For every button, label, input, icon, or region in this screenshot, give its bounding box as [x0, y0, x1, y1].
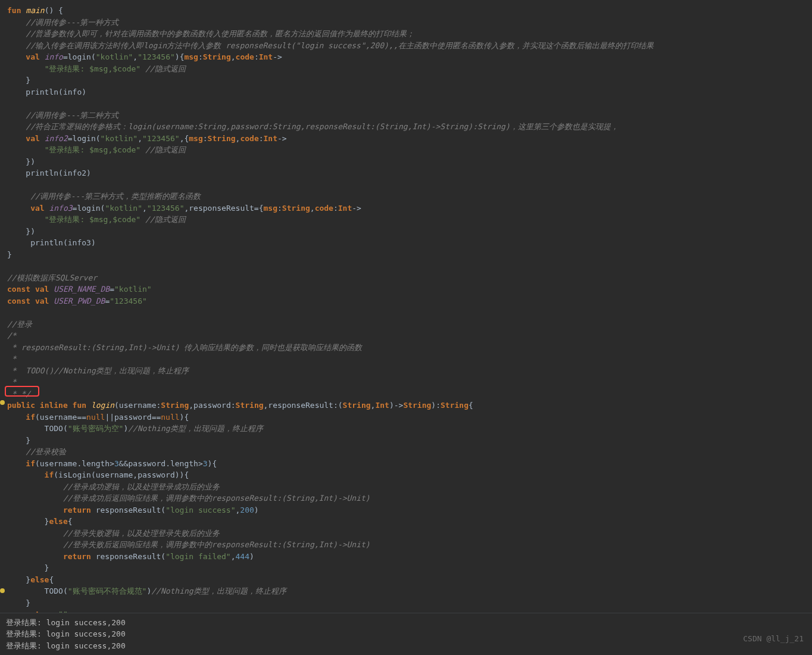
comment: //隐式返回: [140, 64, 185, 73]
text: }: [7, 76, 30, 85]
output-panel: 登录结果: login success,200 登录结果: login succ…: [0, 613, 812, 656]
string: "登录结果: $msg,$code": [45, 64, 141, 73]
function-name: main: [26, 6, 44, 15]
variable: info: [45, 52, 63, 61]
keyword: fun: [7, 6, 21, 15]
text: println(info): [7, 88, 86, 96]
comment: //调用传参---第二种方式: [7, 111, 118, 120]
highlight-public-1: [5, 386, 39, 397]
output-line: 登录结果: login success,200: [6, 617, 806, 629]
comment: //调用传参---第一种方式: [7, 18, 118, 27]
comment: //输入传参在调用该方法时传入即login方法中传入参数 responseRes…: [7, 41, 654, 50]
keyword: val: [7, 52, 45, 61]
code-editor[interactable]: fun main() { //调用传参---第一种方式 //普通参数传入即可，针…: [0, 0, 812, 655]
comment: //符合正常逻辑的传参格式：login(username:String,pass…: [7, 122, 619, 131]
string: "123456": [138, 52, 175, 61]
output-line: 登录结果: login success,200: [6, 628, 806, 640]
text: =login(: [63, 52, 96, 61]
output-line: 登录结果: login success,200: [6, 640, 806, 652]
gutter-warning-2[interactable]: [0, 588, 5, 593]
text: () {: [45, 6, 63, 15]
watermark: CSDN @ll_j_21: [743, 633, 804, 645]
comment: //普通参数传入即可，针对在调用函数中的参数函数传入使用匿名函数，匿名方法的返回…: [7, 29, 414, 38]
gutter-warning-1[interactable]: [0, 400, 5, 405]
string: "kotlin": [96, 52, 133, 61]
